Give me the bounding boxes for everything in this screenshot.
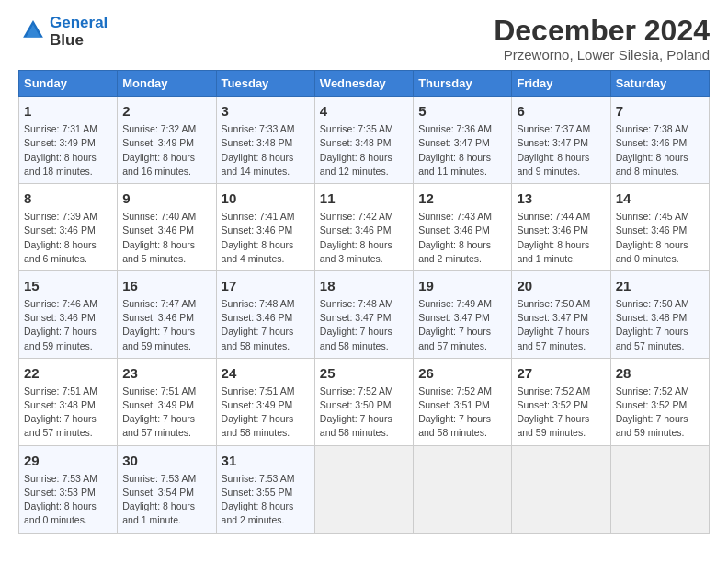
day-number: 12 xyxy=(418,189,506,208)
calendar-cell: 16Sunrise: 7:47 AMSunset: 3:46 PMDayligh… xyxy=(118,270,216,358)
calendar-cell: 5Sunrise: 7:36 AMSunset: 3:47 PMDaylight… xyxy=(414,97,512,184)
day-number: 18 xyxy=(320,276,408,295)
day-info: Sunrise: 7:51 AMSunset: 3:48 PMDaylight:… xyxy=(24,385,112,441)
day-info: Sunrise: 7:52 AMSunset: 3:52 PMDaylight:… xyxy=(616,385,704,441)
day-number: 26 xyxy=(418,363,506,383)
day-number: 28 xyxy=(616,363,704,383)
day-number: 6 xyxy=(517,101,605,121)
calendar-cell: 1Sunrise: 7:31 AMSunset: 3:49 PMDaylight… xyxy=(19,97,118,184)
day-info: Sunrise: 7:53 AMSunset: 3:54 PMDaylight:… xyxy=(122,472,210,528)
calendar-cell: 19Sunrise: 7:49 AMSunset: 3:47 PMDayligh… xyxy=(414,270,512,358)
calendar-cell: 21Sunrise: 7:50 AMSunset: 3:48 PMDayligh… xyxy=(610,270,709,358)
week-row-2: 8Sunrise: 7:39 AMSunset: 3:46 PMDaylight… xyxy=(19,184,710,271)
day-number: 24 xyxy=(222,363,310,383)
day-number: 13 xyxy=(517,189,605,208)
calendar-cell xyxy=(414,445,512,533)
logo-line2: Blue xyxy=(50,31,84,49)
day-number: 30 xyxy=(122,451,210,470)
day-number: 3 xyxy=(222,101,310,121)
day-number: 31 xyxy=(222,451,310,470)
day-number: 5 xyxy=(418,101,506,121)
calendar-cell: 22Sunrise: 7:51 AMSunset: 3:48 PMDayligh… xyxy=(19,358,118,445)
day-info: Sunrise: 7:53 AMSunset: 3:55 PMDaylight:… xyxy=(222,472,310,528)
calendar-cell: 20Sunrise: 7:50 AMSunset: 3:47 PMDayligh… xyxy=(512,270,610,358)
calendar-cell: 3Sunrise: 7:33 AMSunset: 3:48 PMDaylight… xyxy=(216,97,314,184)
day-number: 2 xyxy=(122,101,210,121)
day-header-wednesday: Wednesday xyxy=(314,71,413,97)
calendar-cell: 13Sunrise: 7:44 AMSunset: 3:46 PMDayligh… xyxy=(512,184,610,271)
day-info: Sunrise: 7:39 AMSunset: 3:46 PMDaylight:… xyxy=(24,210,112,266)
day-info: Sunrise: 7:35 AMSunset: 3:48 PMDaylight:… xyxy=(320,122,408,178)
calendar-cell: 23Sunrise: 7:51 AMSunset: 3:49 PMDayligh… xyxy=(118,358,216,445)
calendar-cell: 6Sunrise: 7:37 AMSunset: 3:47 PMDaylight… xyxy=(512,97,610,184)
calendar-cell: 12Sunrise: 7:43 AMSunset: 3:46 PMDayligh… xyxy=(414,184,512,271)
day-info: Sunrise: 7:42 AMSunset: 3:46 PMDaylight:… xyxy=(320,210,408,266)
day-number: 16 xyxy=(122,276,210,295)
calendar-cell: 28Sunrise: 7:52 AMSunset: 3:52 PMDayligh… xyxy=(610,358,709,445)
day-info: Sunrise: 7:46 AMSunset: 3:46 PMDaylight:… xyxy=(24,297,112,353)
day-number: 29 xyxy=(24,451,112,470)
calendar-cell: 9Sunrise: 7:40 AMSunset: 3:46 PMDaylight… xyxy=(118,184,216,271)
day-number: 21 xyxy=(616,276,704,295)
day-info: Sunrise: 7:49 AMSunset: 3:47 PMDaylight:… xyxy=(418,297,506,353)
week-row-3: 15Sunrise: 7:46 AMSunset: 3:46 PMDayligh… xyxy=(19,270,710,358)
day-info: Sunrise: 7:33 AMSunset: 3:48 PMDaylight:… xyxy=(222,122,310,178)
day-info: Sunrise: 7:48 AMSunset: 3:46 PMDaylight:… xyxy=(222,297,310,353)
calendar-cell: 17Sunrise: 7:48 AMSunset: 3:46 PMDayligh… xyxy=(216,270,314,358)
logo-line1: General xyxy=(50,14,108,31)
calendar-cell: 8Sunrise: 7:39 AMSunset: 3:46 PMDaylight… xyxy=(19,184,118,271)
day-number: 10 xyxy=(222,189,310,208)
calendar-cell xyxy=(610,445,709,533)
day-info: Sunrise: 7:48 AMSunset: 3:47 PMDaylight:… xyxy=(320,297,408,353)
day-number: 25 xyxy=(320,363,408,383)
day-number: 19 xyxy=(418,276,506,295)
calendar-cell: 29Sunrise: 7:53 AMSunset: 3:53 PMDayligh… xyxy=(19,445,118,533)
day-info: Sunrise: 7:36 AMSunset: 3:47 PMDaylight:… xyxy=(418,122,506,178)
day-info: Sunrise: 7:37 AMSunset: 3:47 PMDaylight:… xyxy=(517,122,605,178)
day-number: 9 xyxy=(122,189,210,208)
day-info: Sunrise: 7:52 AMSunset: 3:50 PMDaylight:… xyxy=(320,385,408,441)
day-header-tuesday: Tuesday xyxy=(216,71,314,97)
week-row-1: 1Sunrise: 7:31 AMSunset: 3:49 PMDaylight… xyxy=(19,97,710,184)
calendar-cell: 18Sunrise: 7:48 AMSunset: 3:47 PMDayligh… xyxy=(314,270,413,358)
day-number: 17 xyxy=(222,276,310,295)
day-info: Sunrise: 7:52 AMSunset: 3:52 PMDaylight:… xyxy=(517,385,605,441)
subtitle: Przeworno, Lower Silesia, Poland xyxy=(494,47,710,63)
calendar-cell: 14Sunrise: 7:45 AMSunset: 3:46 PMDayligh… xyxy=(610,184,709,271)
day-header-friday: Friday xyxy=(512,71,610,97)
calendar-cell: 10Sunrise: 7:41 AMSunset: 3:46 PMDayligh… xyxy=(216,184,314,271)
day-info: Sunrise: 7:31 AMSunset: 3:49 PMDaylight:… xyxy=(24,122,112,178)
calendar-cell: 26Sunrise: 7:52 AMSunset: 3:51 PMDayligh… xyxy=(414,358,512,445)
day-number: 23 xyxy=(122,363,210,383)
logo: General Blue xyxy=(18,15,108,49)
calendar-cell: 27Sunrise: 7:52 AMSunset: 3:52 PMDayligh… xyxy=(512,358,610,445)
day-number: 15 xyxy=(24,276,112,295)
day-number: 14 xyxy=(616,189,704,208)
day-header-sunday: Sunday xyxy=(19,71,118,97)
day-info: Sunrise: 7:50 AMSunset: 3:47 PMDaylight:… xyxy=(517,297,605,353)
calendar-cell: 25Sunrise: 7:52 AMSunset: 3:50 PMDayligh… xyxy=(314,358,413,445)
day-info: Sunrise: 7:44 AMSunset: 3:46 PMDaylight:… xyxy=(517,210,605,266)
day-number: 22 xyxy=(24,363,112,383)
header: General Blue December 2024 Przeworno, Lo… xyxy=(18,15,710,63)
day-info: Sunrise: 7:40 AMSunset: 3:46 PMDaylight:… xyxy=(122,210,210,266)
day-number: 27 xyxy=(517,363,605,383)
day-info: Sunrise: 7:38 AMSunset: 3:46 PMDaylight:… xyxy=(616,122,704,178)
day-number: 1 xyxy=(24,101,112,121)
day-number: 7 xyxy=(616,101,704,121)
day-info: Sunrise: 7:43 AMSunset: 3:46 PMDaylight:… xyxy=(418,210,506,266)
day-header-monday: Monday xyxy=(118,71,216,97)
day-info: Sunrise: 7:50 AMSunset: 3:48 PMDaylight:… xyxy=(616,297,704,353)
calendar-cell: 15Sunrise: 7:46 AMSunset: 3:46 PMDayligh… xyxy=(19,270,118,358)
calendar-cell: 7Sunrise: 7:38 AMSunset: 3:46 PMDaylight… xyxy=(610,97,709,184)
calendar-table: SundayMondayTuesdayWednesdayThursdayFrid… xyxy=(18,70,710,533)
week-row-5: 29Sunrise: 7:53 AMSunset: 3:53 PMDayligh… xyxy=(19,445,710,533)
day-number: 4 xyxy=(320,101,408,121)
day-info: Sunrise: 7:41 AMSunset: 3:46 PMDaylight:… xyxy=(222,210,310,266)
logo-icon xyxy=(20,17,46,43)
calendar-cell: 31Sunrise: 7:53 AMSunset: 3:55 PMDayligh… xyxy=(216,445,314,533)
day-info: Sunrise: 7:51 AMSunset: 3:49 PMDaylight:… xyxy=(222,385,310,441)
day-info: Sunrise: 7:47 AMSunset: 3:46 PMDaylight:… xyxy=(122,297,210,353)
day-info: Sunrise: 7:53 AMSunset: 3:53 PMDaylight:… xyxy=(24,472,112,528)
day-header-saturday: Saturday xyxy=(610,71,709,97)
